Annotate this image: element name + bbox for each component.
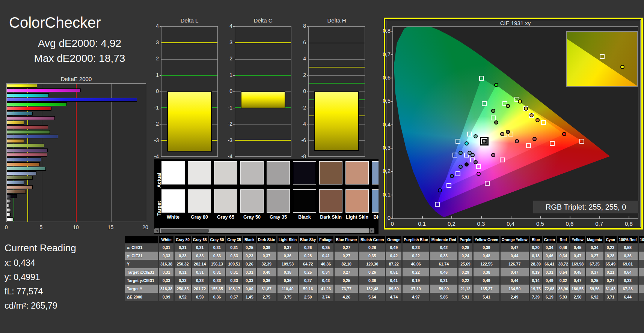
table-cell: 0,52 <box>175 293 191 301</box>
cie-y-tickmark <box>391 218 393 219</box>
cie-x-tick-label: 0,2 <box>446 220 457 227</box>
target-swatch-gray-35[interactable] <box>267 189 290 213</box>
deltae-bar-white <box>7 218 14 221</box>
target-swatch-gray-50[interactable] <box>240 189 264 213</box>
table-col-header: 100% Red <box>618 236 638 243</box>
deltae-bar-bluish-green <box>7 167 46 171</box>
swatch-scrollbar-right-arrow[interactable]: ► <box>370 228 374 233</box>
table-cell: 0,31 <box>175 243 191 252</box>
table-cell: 0,18 <box>530 252 542 260</box>
table-cell: 0,48 <box>474 252 499 260</box>
delta-y-tickmark <box>160 124 161 124</box>
table-cell: 0,45 <box>570 268 585 276</box>
table-cell: 0,36 <box>278 276 298 285</box>
table-cell: 0,31 <box>430 276 457 285</box>
table-cell: 0,36 <box>618 252 638 260</box>
delta-y-tick-label: -1 <box>146 105 159 111</box>
table-cell: 3,74 <box>318 293 333 301</box>
table-cell: 0,42 <box>386 252 401 260</box>
delta-gridline <box>309 59 365 60</box>
cie-target-square-green <box>482 101 487 106</box>
deltae-bar-100-blue <box>7 98 137 102</box>
deltae-bar-100-green <box>7 102 67 106</box>
target-swatch-black[interactable] <box>293 189 316 213</box>
table-cell: 73,77 <box>335 285 358 293</box>
table-cell: 0,33 <box>618 276 638 285</box>
table-col-header: Gray 80 <box>175 236 191 243</box>
target-swatch-light-skin[interactable] <box>345 189 369 213</box>
actual-swatch-gray-35[interactable] <box>267 161 290 184</box>
table-cell: 59,16 <box>299 285 317 293</box>
table-row: Target y:CIE310,330,330,330,330,330,330,… <box>125 276 644 285</box>
swatch-scrollbar-thumb[interactable] <box>161 229 209 233</box>
table-cell: 0,31 <box>543 268 556 276</box>
deltae-red-reference-line <box>76 84 77 222</box>
table-cell: 40,36 <box>318 260 333 268</box>
table-cell: 0,34 <box>318 268 333 276</box>
cie-y-tickmark <box>391 195 393 195</box>
target-swatch-white[interactable] <box>161 189 185 213</box>
table-cell: 186,55 <box>570 285 585 293</box>
cie-y-tickmark <box>391 31 393 32</box>
delta-y-tick-label: -6 <box>293 137 306 143</box>
table-cell: 0,25 <box>586 276 603 285</box>
actual-swatch-gray-65[interactable] <box>214 161 237 184</box>
cie-y-tickmark <box>391 78 393 78</box>
actual-swatch-gray-80[interactable] <box>188 161 211 184</box>
swatch-scrollbar-left-arrow[interactable]: ◄ <box>154 228 159 233</box>
table-cell: 0,31 <box>226 268 242 276</box>
table-row-label: Target x:CIE31 <box>125 268 158 276</box>
delta-y-tick-label: 6 <box>293 39 306 45</box>
cie-target-square-purplish-blue <box>455 171 460 176</box>
table-row: y: CIE310,330,330,330,330,330,230,370,36… <box>125 252 644 260</box>
delta-c-chart <box>235 26 291 157</box>
table-cell: 0,37 <box>257 252 276 260</box>
table-header-row: WhiteGray 80Gray 65Gray 50Gray 35BlackDa… <box>125 236 644 243</box>
deltae-x-tick-label: 5 <box>34 224 49 230</box>
cie-target-square-foliage <box>491 116 496 120</box>
cie-measured-dot-light-skin <box>500 132 504 136</box>
swatch-scrollbar-track[interactable] <box>160 228 369 233</box>
deltae-bar-orange <box>7 162 40 166</box>
table-cell: 4,97 <box>403 293 429 301</box>
table-cell: 0,33 <box>159 276 173 285</box>
actual-swatch-black[interactable] <box>293 161 316 184</box>
cie-target-square-orange <box>541 120 546 125</box>
table-row-label: ΔE 2000 <box>125 293 158 301</box>
table-cell: 0,31 <box>192 243 208 252</box>
table-cell: 0,46 <box>430 268 457 276</box>
delta-y-tickmark <box>307 75 308 76</box>
table-cell: 0,33 <box>226 252 242 260</box>
swatch-panel: ActualTargetWhiteGray 80Gray 65Gray 50Gr… <box>154 159 379 234</box>
table-cell: 134,50 <box>501 285 529 293</box>
deltae-bar-light-skin <box>7 185 33 189</box>
actual-swatch-gray-50[interactable] <box>240 161 264 184</box>
table-cell: 64,72 <box>299 260 317 268</box>
cie-target-square-moderate-red <box>526 143 531 148</box>
table-row: Y316,38250,32202,14156,13109,510,2632,39… <box>125 260 644 268</box>
actual-swatch-light-skin[interactable] <box>345 161 369 184</box>
table-cell: 0,47 <box>501 243 529 252</box>
target-swatch-dark-skin[interactable] <box>319 189 342 213</box>
table-cell: 0,33 <box>243 276 256 285</box>
table-col-header: 100% Green <box>639 236 644 243</box>
target-swatch-gray-80[interactable] <box>188 189 211 213</box>
table-cell: 87,22 <box>386 260 401 268</box>
table-cell: 0,27 <box>335 252 358 260</box>
actual-swatch-white[interactable] <box>161 161 185 184</box>
actual-swatch-dark-skin[interactable] <box>319 161 342 184</box>
cie-measured-dot-100-red <box>562 132 566 136</box>
table-cell: 2,50 <box>299 293 317 301</box>
target-swatch-gray-65[interactable] <box>214 189 237 213</box>
delta-green-reference-line <box>161 75 217 76</box>
delta-c-bar <box>241 92 285 108</box>
delta-y-tickmark <box>307 92 308 92</box>
delta-y-tick-label: 1 <box>146 72 159 78</box>
table-cell: 21,12 <box>458 285 472 293</box>
table-corner-cell <box>125 236 158 243</box>
table-cell: 0,26 <box>243 260 256 268</box>
table-cell: 0,38 <box>474 268 499 276</box>
cie-y-tick-label: 0,5 <box>376 98 391 104</box>
table-row-label: y: CIE31 <box>125 252 158 260</box>
swatch-label: Gray 35 <box>265 214 291 220</box>
